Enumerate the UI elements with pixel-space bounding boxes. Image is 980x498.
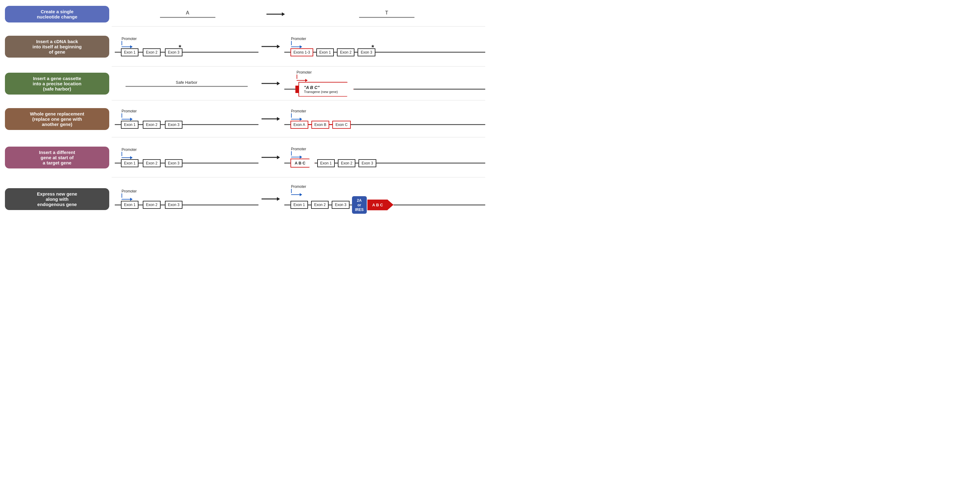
wg-after-promoter-label: Promoter (291, 109, 306, 113)
en-before-promoter-label: Promoter (121, 189, 137, 193)
sh-before: Safe Harbor (112, 80, 258, 87)
sh-after-promoter-label: Promoter (297, 70, 312, 75)
wg-before: Promoter Exon 1 Exon 2 Exon 3 (112, 109, 258, 129)
transgene-sub-text: Transgene (new gene) (304, 90, 338, 94)
label-box-snp: Create a single nucleotide change (5, 6, 109, 22)
id-abc-text: A B C (295, 161, 305, 165)
sh-right-arrow-icon (261, 80, 280, 86)
label-box-insert-diff: Insert a different gene at start of a ta… (5, 147, 109, 168)
svg-marker-5 (277, 81, 280, 85)
label-text-snp: Create a single nucleotide change (37, 9, 78, 19)
id-before-exon2: Exon 2 (143, 159, 160, 167)
sh-label: Safe Harbor (176, 80, 197, 85)
id-arrow (258, 154, 283, 160)
asterisk-after-icon: * (371, 43, 374, 51)
wg-after-exonB: Exon B (311, 121, 329, 129)
wg-before-promoter-label: Promoter (121, 109, 137, 113)
cdna-before-exon2: Exon 2 (143, 48, 160, 56)
transgene-shape: "A B C" Transgene (new gene) (299, 82, 354, 97)
main-container: Create a single nucleotide change Insert… (0, 0, 490, 222)
sh-after-row: "A B C" Transgene (new gene) (284, 82, 485, 97)
prom-horiz-icon (121, 45, 133, 48)
row-insert-diff: Promoter Exon 1 Exon 2 Exon 3 (112, 137, 485, 177)
label-box-express-new: Express new gene along with endogenous g… (5, 188, 109, 210)
en-right-arrow-icon (261, 196, 280, 202)
id-after-exon3: Exon 3 (358, 159, 376, 167)
wg-after-exonC: Exon C (332, 121, 350, 129)
sh-arrow (258, 80, 283, 86)
wg-after-exon-row: Exon A Exon B Exon C (284, 121, 485, 129)
label-box-cdna: Insert a cDNA back into itself at beginn… (5, 36, 109, 57)
row-snp: A T (112, 2, 485, 27)
big-right-arrow-icon (266, 11, 285, 17)
cdna-before-promoter-arrow (121, 41, 133, 48)
transgene-name-text: "A B C" (304, 85, 338, 90)
en-before-exon1: Exon 1 (121, 201, 138, 209)
en-arrow (258, 196, 283, 202)
en-after-exon-row: Exon 1 Exon 2 Exon 3 2A or IRES A B C (284, 196, 485, 214)
cdna-after: Promoter Exons 1-3 Exon 1 Exon 2 (283, 37, 485, 56)
id-abc-arrow: A B C (290, 159, 315, 168)
sh-red-dot (295, 86, 299, 93)
svg-marker-1 (282, 12, 285, 16)
cdna-after-exons13: Exons 1-3 (290, 48, 313, 56)
cdna-after-exon2: Exon 2 (337, 48, 355, 56)
wg-after-prom-arrow (291, 113, 302, 121)
label-box-safe-harbor: Insert a gene cassette into a precise lo… (5, 73, 109, 94)
en-before-prom-arrow (121, 193, 133, 201)
en-after-exon2: Exon 2 (311, 201, 329, 209)
prom-vert-icon (121, 41, 122, 45)
left-column: Create a single nucleotide change Insert… (0, 0, 109, 222)
cdna-before-exon-row: Exon 1 Exon 2 Exon 3 * (115, 48, 258, 56)
wg-before-exon2: Exon 2 (143, 121, 160, 129)
id-before-exon-row: Exon 1 Exon 2 Exon 3 (115, 159, 258, 167)
label-snp: Create a single nucleotide change (2, 2, 112, 27)
en-after-exon3: Exon 3 (332, 201, 349, 209)
id-right-arrow-icon (261, 154, 280, 160)
label-text-express-new: Express new gene along with endogenous g… (37, 191, 77, 207)
cdna-before-exon1: Exon 1 (121, 48, 138, 56)
en-abc-text: A B C (372, 203, 383, 207)
id-after: Promoter A B C Exon 1 (283, 147, 485, 168)
svg-marker-9 (277, 155, 280, 159)
cdna-right-arrow-icon (261, 43, 280, 49)
wg-before-exon3: Exon 3 (165, 121, 183, 129)
cdna-before-exon3: Exon 3 * (165, 48, 183, 56)
row-safe-harbor: Safe Harbor Promoter (112, 67, 485, 101)
snp-arrow (263, 11, 288, 17)
cdna-after-exon1: Exon 1 (316, 48, 334, 56)
diagrams-column: A T Promoter (109, 0, 490, 222)
en-after-exon1: Exon 1 (290, 201, 308, 209)
id-after-exon1: Exon 1 (317, 159, 335, 167)
label-cdna: Insert a cDNA back into itself at beginn… (2, 27, 112, 67)
en-abc-arrow: A B C (368, 200, 393, 210)
cdna-arrow (258, 43, 283, 49)
label-text-insert-diff: Insert a different gene at start of a ta… (39, 150, 75, 165)
sh-after-promoter-arrow (297, 75, 308, 82)
wg-arrow (258, 116, 283, 122)
label-express-new: Express new gene along with endogenous g… (2, 177, 112, 220)
id-before: Promoter Exon 1 Exon 2 Exon 3 (112, 147, 258, 167)
snp-a-label: A (186, 10, 189, 16)
wg-right-arrow-icon (261, 116, 280, 122)
id-before-promoter-label: Promoter (121, 147, 137, 152)
label-box-whole-gene: Whole gene replacement (replace one gene… (5, 108, 109, 130)
snp-after: T (288, 10, 485, 18)
wg-before-exon-row: Exon 1 Exon 2 Exon 3 (115, 121, 258, 129)
cdna-after-exon3: Exon 3 * (358, 48, 375, 56)
sh-line (126, 86, 248, 87)
row-whole-gene: Promoter Exon 1 Exon 2 Exon 3 (112, 101, 485, 137)
id-after-exon-row: A B C Exon 1 Exon 2 Exon 3 (284, 159, 485, 168)
label-text-safe-harbor: Insert a gene cassette into a precise lo… (33, 76, 81, 91)
id-before-exon1: Exon 1 (121, 159, 138, 167)
snp-before: A (112, 10, 263, 18)
id-after-promoter-label: Promoter (291, 147, 306, 151)
sh-after: Promoter "A B C" (283, 70, 485, 97)
en-before-exon2: Exon 2 (143, 201, 160, 209)
snp-t-line (359, 17, 414, 18)
svg-marker-3 (277, 45, 280, 48)
cdna-after-promoter-label: Promoter (291, 37, 306, 41)
asterisk-before-icon: * (179, 43, 181, 51)
label-text-cdna: Insert a cDNA back into itself at beginn… (33, 39, 82, 54)
svg-marker-11 (277, 197, 280, 201)
